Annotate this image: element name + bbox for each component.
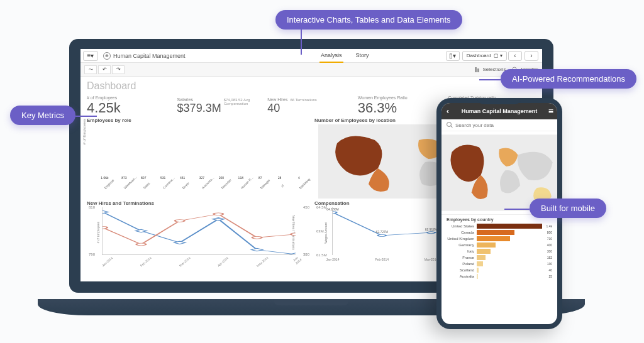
bar-3[interactable]: 531Construc…	[154, 181, 172, 187]
hbar-fill	[477, 274, 478, 279]
bar-value: 873	[121, 176, 126, 180]
hbar-value: 300	[547, 249, 552, 253]
hbar-value: 40	[548, 268, 552, 272]
y-axis-label: # of Employees	[82, 119, 86, 144]
tab-analysis[interactable]: Analysis	[319, 49, 343, 63]
callout-mobile: Built for mobile	[530, 199, 606, 218]
kpi-label: Salaries	[177, 97, 193, 102]
back-tool[interactable]: ↶	[98, 65, 111, 74]
chart-employees-by-role[interactable]: Employees by role # of Employees 1.06kEn…	[87, 117, 308, 198]
callout-key-metrics: Key Metrics	[10, 106, 75, 125]
hbar-fill	[477, 255, 486, 260]
kpi-salaries[interactable]: Salaries $379.3M $74,083.52 Avg Compensa…	[177, 95, 265, 115]
kpi-label: # of Employees	[87, 95, 175, 100]
hbar-row[interactable]: Scotland40	[441, 267, 557, 273]
app-title: Human Capital Management	[113, 53, 186, 59]
bar-value: 531	[160, 176, 165, 180]
svg-point-9	[291, 232, 296, 235]
bar-10[interactable]: 4Marketing	[290, 181, 308, 187]
bar-category: IT	[279, 183, 285, 190]
hbar-row[interactable]: Italy300	[441, 248, 557, 254]
bar-category: Recruiter	[220, 183, 226, 190]
bar-value: 4	[298, 176, 300, 180]
page-title: Dashboard	[80, 77, 542, 93]
forward-tool[interactable]: ↷	[112, 65, 125, 74]
hbar-fill	[477, 224, 542, 229]
dashboard-dropdown[interactable]: Dashboard ▢ ▾	[462, 51, 507, 61]
hbar-label: Italy	[447, 249, 474, 253]
bar-category: Human R…	[240, 183, 246, 190]
laptop-notch	[274, 299, 349, 305]
tab-story[interactable]: Story	[355, 49, 370, 63]
bar-value: 200	[219, 176, 224, 180]
bar-category: Engineer	[104, 183, 110, 190]
hbar-track	[477, 255, 543, 260]
hbar-fill	[477, 236, 510, 241]
y-axis-left: # of Employees	[96, 222, 100, 243]
tool-bar: ⤳ ↶ ↷ Selections Insights	[80, 63, 542, 77]
hbar-track	[477, 236, 543, 241]
svg-rect-0	[475, 67, 477, 72]
hamburger-icon[interactable]: ≡	[548, 106, 552, 116]
phone-hbar-chart[interactable]: United States1.4kCanada800United Kingdom…	[441, 223, 557, 280]
bar-8[interactable]: 87Manager	[251, 181, 269, 187]
bar-6[interactable]: 200Recruiter	[212, 181, 230, 187]
dashboard-dropdown-label: Dashboard	[467, 53, 491, 58]
bar-value: 327	[199, 176, 204, 180]
svg-rect-1	[477, 68, 479, 72]
bar-1[interactable]: 873Warehous…	[115, 181, 133, 187]
back-icon[interactable]: ‹	[447, 107, 449, 116]
selections-label: Selections	[483, 67, 506, 72]
bar-category: Marketing	[298, 183, 304, 190]
chart-hires-terms[interactable]: New Hires and Terminations # of Employee…	[87, 200, 308, 281]
hbar-value: 400	[547, 243, 552, 247]
view-tabs: Analysis Story	[319, 49, 370, 63]
svg-point-11	[333, 211, 336, 213]
hbar-label: Germany	[447, 243, 474, 247]
bar-0[interactable]: 1.06kEngineer	[96, 181, 114, 187]
phone-header: ‹ Human Capital Management ≡	[441, 103, 557, 119]
hbar-row[interactable]: United States1.4k	[441, 223, 557, 229]
search-input[interactable]	[455, 122, 552, 128]
selections-button[interactable]: Selections	[474, 67, 506, 73]
bar-7[interactable]: 118Human R…	[231, 181, 250, 187]
hamburger-menu-button[interactable]: ≡▾	[83, 51, 98, 61]
hbar-value: 130	[547, 262, 552, 266]
hbar-track	[477, 230, 543, 235]
hbar-track	[477, 224, 542, 229]
hbar-label: Canada	[447, 231, 474, 234]
bar-4[interactable]: 451Buyer	[174, 181, 192, 187]
hbar-row[interactable]: Canada800	[441, 229, 557, 236]
hbar-value: 25	[548, 275, 552, 278]
bar-category: Manager	[259, 183, 265, 190]
next-button[interactable]: ›	[525, 51, 538, 61]
hbar-row[interactable]: Germany400	[441, 242, 557, 248]
kpi-women[interactable]: Women Employees Ratio 36.3%	[358, 95, 446, 115]
kpi-value: 4.25k	[87, 101, 175, 115]
bar-value: 451	[180, 176, 185, 180]
hbar-value: 1.4k	[547, 224, 552, 228]
bookmark-button[interactable]: ▯▾	[446, 51, 460, 61]
hbar-label: United States	[447, 224, 474, 228]
titlebar-right: ▯▾ Dashboard ▢ ▾ ‹ ›	[446, 51, 540, 61]
bar-value: 28	[278, 176, 282, 180]
y-axis-label: Wages Amount	[324, 222, 328, 244]
bar-value: 807	[141, 176, 146, 180]
prev-button[interactable]: ‹	[508, 51, 522, 61]
bar-9[interactable]: 28IT	[270, 181, 289, 187]
kpi-employees[interactable]: # of Employees 4.25k	[87, 95, 175, 115]
kpi-sub: $74,083.52 Avg Compensation	[224, 98, 265, 106]
svg-point-13	[427, 231, 435, 233]
chart-col-left: Employees by role # of Employees 1.06kEn…	[87, 117, 308, 280]
hbar-row[interactable]: Australia25	[441, 273, 557, 280]
lasso-tool[interactable]: ⤳	[84, 65, 97, 74]
hbar-row[interactable]: United Kingdom710	[441, 236, 557, 242]
bar-5[interactable]: 327Accounta…	[193, 181, 211, 187]
hbar-row[interactable]: Poland130	[441, 261, 557, 267]
kpi-newhires[interactable]: New Hires 40 66 Terminations	[267, 95, 355, 115]
chart-title: Employees by role	[87, 117, 308, 123]
hbar-track	[477, 274, 544, 279]
bar-2[interactable]: 807Sales	[135, 181, 153, 187]
hbar-row[interactable]: France182	[441, 254, 557, 261]
hbar-track	[477, 242, 543, 248]
